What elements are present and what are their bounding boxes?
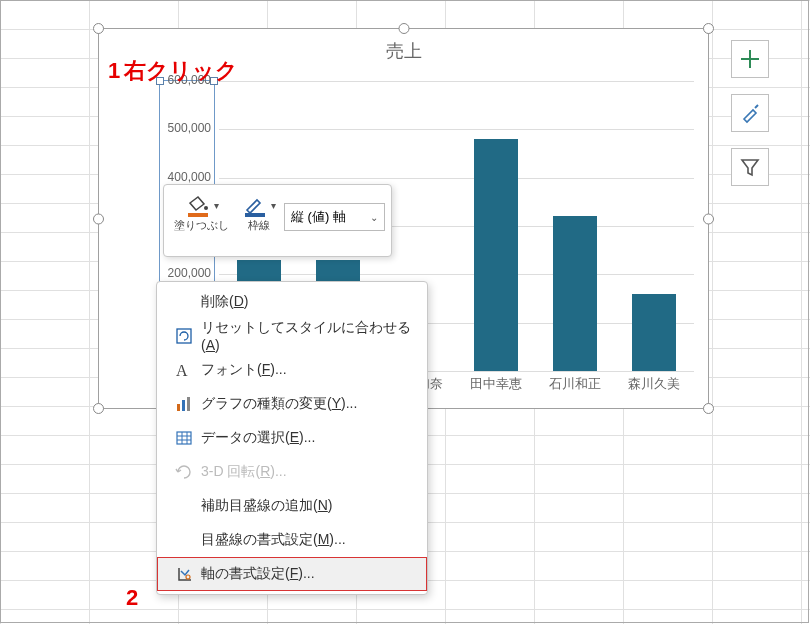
context-menu-item[interactable]: 削除(D) [157,285,427,319]
x-axis-label: 森川久美 [615,375,693,393]
chart-side-buttons [731,40,769,186]
context-menu-label: グラフの種類の変更(Y)... [201,395,357,413]
x-axis-label: 石川和正 [536,375,614,393]
svg-rect-4 [245,213,265,217]
annotation-1: 1右クリック [108,56,238,86]
svg-rect-10 [177,432,191,444]
gridline [219,274,694,275]
context-menu-item[interactable]: 軸の書式設定(F)... [157,557,427,591]
svg-text:A: A [176,362,188,379]
chevron-down-icon: ▾ [271,200,276,212]
chart-elements-button[interactable] [731,40,769,78]
context-menu-item[interactable]: 補助目盛線の追加(N) [157,489,427,523]
svg-point-15 [186,575,190,579]
context-menu-label: 3-D 回転(R)... [201,463,287,481]
x-axis-label: 田中幸恵 [457,375,535,393]
context-menu-item[interactable]: 目盛線の書式設定(M)... [157,523,427,557]
context-menu-label: 補助目盛線の追加(N) [201,497,332,515]
context-menu: 削除(D)リセットしてスタイルに合わせる(A)Aフォント(F)...グラフの種類… [156,281,428,595]
blank-icon [171,529,197,551]
dropdown-value: 縦 (値) 軸 [291,208,346,226]
context-menu-item[interactable]: リセットしてスタイルに合わせる(A) [157,319,427,353]
rotate-icon [171,461,197,483]
y-tick-label: 200,000 [161,266,211,280]
chart-icon [171,393,197,415]
axis-icon [171,563,197,585]
chart-filters-button[interactable] [731,148,769,186]
fill-button[interactable]: ▾ 塗りつぶし [170,191,233,234]
context-menu-label: 削除(D) [201,293,248,311]
gridline [219,129,694,130]
chart-styles-button[interactable] [731,94,769,132]
chart-element-dropdown[interactable]: 縦 (値) 軸 ⌄ [284,203,385,231]
bar[interactable] [474,139,518,371]
gridline [219,81,694,82]
resize-handle[interactable] [93,403,104,414]
y-tick-label: 400,000 [161,170,211,184]
context-menu-item[interactable]: データの選択(E)... [157,421,427,455]
resize-handle[interactable] [703,213,714,224]
context-menu-label: 軸の書式設定(F)... [201,565,315,583]
table-icon [171,427,197,449]
blank-icon [171,291,197,313]
font-icon: A [171,359,197,381]
context-menu-item[interactable]: グラフの種類の変更(Y)... [157,387,427,421]
resize-handle[interactable] [398,23,409,34]
resize-handle[interactable] [703,403,714,414]
svg-point-2 [204,206,208,210]
bar[interactable] [553,216,597,371]
fill-label: 塗りつぶし [174,219,229,232]
context-menu-label: データの選択(E)... [201,429,315,447]
gridline [219,178,694,179]
resize-handle[interactable] [93,213,104,224]
paint-bucket-icon: ▾ [174,193,229,219]
pen-icon: ▾ [241,193,276,219]
y-tick-label: 500,000 [161,121,211,135]
chevron-down-icon: ▾ [214,200,219,212]
svg-rect-7 [177,404,180,411]
context-menu-label: 目盛線の書式設定(M)... [201,531,346,549]
context-menu-label: フォント(F)... [201,361,287,379]
context-menu-item: 3-D 回転(R)... [157,455,427,489]
chevron-down-icon: ⌄ [370,212,378,223]
reset-icon [171,325,197,347]
annotation-2: 2 [126,585,138,611]
bar[interactable] [632,294,676,371]
context-menu-item[interactable]: Aフォント(F)... [157,353,427,387]
svg-rect-8 [182,400,185,411]
svg-rect-5 [177,329,191,343]
outline-label: 枠線 [241,219,276,232]
mini-toolbar: ▾ 塗りつぶし ▾ 枠線 縦 (値) 軸 ⌄ [163,184,392,257]
resize-handle[interactable] [93,23,104,34]
resize-handle[interactable] [703,23,714,34]
svg-rect-9 [187,397,190,411]
outline-button[interactable]: ▾ 枠線 [237,191,280,234]
blank-icon [171,495,197,517]
context-menu-label: リセットしてスタイルに合わせる(A) [201,319,417,353]
svg-rect-3 [188,213,208,217]
